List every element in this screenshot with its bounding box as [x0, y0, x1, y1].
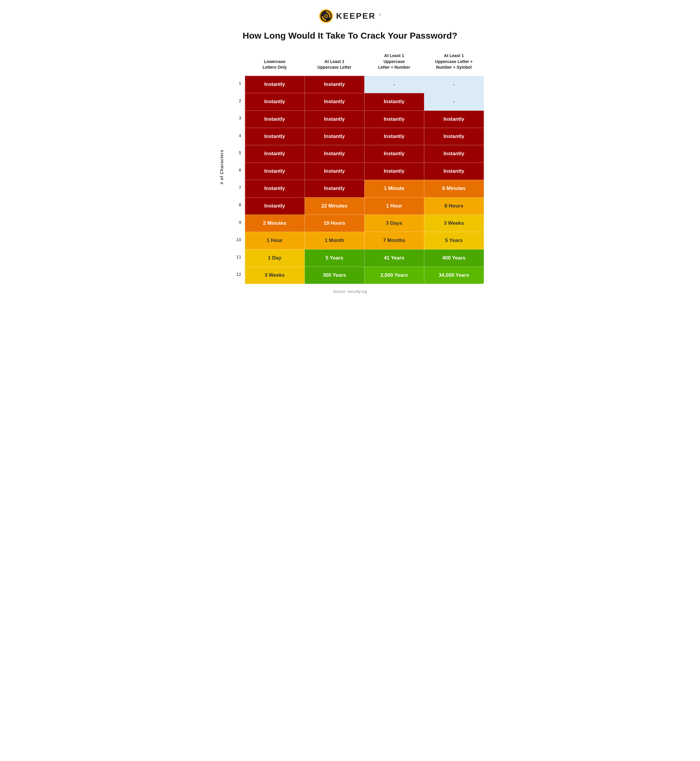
- cell-r1-c3: -: [364, 76, 424, 93]
- cell-r3-c4: Instantly: [424, 111, 484, 128]
- cell-r12-c4: 34,000 Years: [424, 267, 484, 284]
- row-label-6: 6: [227, 163, 245, 180]
- cell-r2-c1: Instantly: [245, 93, 305, 110]
- cell-r9-c2: 19 Hours: [305, 215, 364, 232]
- cell-r1-c2: Instantly: [305, 76, 364, 93]
- cell-r5-c4: Instantly: [424, 145, 484, 162]
- source-text: Source: security.org: [216, 289, 484, 294]
- cell-r2-c4: -: [424, 93, 484, 110]
- cell-r12-c1: 3 Weeks: [245, 267, 305, 284]
- cell-r8-c4: 8 Hours: [424, 197, 484, 215]
- cell-r11-c3: 41 Years: [364, 249, 424, 267]
- header-col3: At Least 1 Uppercase Letter + Number: [364, 50, 424, 76]
- cell-r3-c1: Instantly: [245, 111, 305, 128]
- cell-r4-c1: Instantly: [245, 128, 305, 145]
- logo-trademark: ®: [379, 13, 381, 16]
- cell-r11-c2: 5 Years: [305, 249, 364, 267]
- header-col1: Lowercase Letters Only: [245, 50, 305, 76]
- row-label-2: 2: [227, 93, 245, 110]
- row-label-11: 11: [227, 249, 245, 267]
- cell-r7-c3: 1 Minute: [364, 180, 424, 197]
- cell-r10-c3: 7 Months: [364, 232, 424, 249]
- svg-point-3: [325, 15, 327, 17]
- cell-r10-c2: 1 Month: [305, 232, 364, 249]
- cell-r12-c2: 300 Years: [305, 267, 364, 284]
- cell-r3-c2: Instantly: [305, 111, 364, 128]
- page-title: How Long Would It Take To Crack Your Pas…: [216, 30, 484, 41]
- cell-r9-c1: 2 Minutes: [245, 215, 305, 232]
- cell-r4-c2: Instantly: [305, 128, 364, 145]
- row-label-3: 3: [227, 111, 245, 128]
- cell-r7-c2: Instantly: [305, 180, 364, 197]
- row-label-7: 7: [227, 180, 245, 197]
- page-container: KEEPER ® How Long Would It Take To Crack…: [216, 9, 484, 294]
- cell-r10-c1: 1 Hour: [245, 232, 305, 249]
- cell-r3-c3: Instantly: [364, 111, 424, 128]
- cell-r9-c3: 3 Days: [364, 215, 424, 232]
- cell-r2-c2: Instantly: [305, 93, 364, 110]
- cell-r4-c3: Instantly: [364, 128, 424, 145]
- logo-area: KEEPER ®: [216, 9, 484, 23]
- row-label-9: 9: [227, 215, 245, 232]
- cell-r8-c2: 22 Minutes: [305, 197, 364, 215]
- cell-r6-c3: Instantly: [364, 163, 424, 180]
- header-col4: At Least 1 Uppercase Letter + Number + S…: [424, 50, 484, 76]
- cell-r8-c3: 1 Hour: [364, 197, 424, 215]
- cell-r4-c4: Instantly: [424, 128, 484, 145]
- main-layout: # of Characters Lowercase Letters Only A…: [216, 50, 484, 284]
- keeper-logo-icon: [319, 9, 333, 23]
- cell-r12-c3: 2,000 Years: [364, 267, 424, 284]
- header-col2: At Least 1 Uppercase Letter: [305, 50, 364, 76]
- logo-text: KEEPER: [336, 11, 376, 21]
- cell-r5-c2: Instantly: [305, 145, 364, 162]
- data-grid: Lowercase Letters Only At Least 1 Upperc…: [227, 50, 484, 284]
- row-label-1: 1: [227, 76, 245, 93]
- cell-r2-c3: Instantly: [364, 93, 424, 110]
- cell-r10-c4: 5 Years: [424, 232, 484, 249]
- y-axis-column: # of Characters: [216, 50, 227, 284]
- row-label-10: 10: [227, 232, 245, 249]
- row-label-5: 5: [227, 145, 245, 162]
- cell-r5-c1: Instantly: [245, 145, 305, 162]
- table-area: Lowercase Letters Only At Least 1 Upperc…: [227, 50, 484, 284]
- cell-r1-c4: -: [424, 76, 484, 93]
- cell-r9-c4: 3 Weeks: [424, 215, 484, 232]
- row-label-4: 4: [227, 128, 245, 145]
- cell-r1-c1: Instantly: [245, 76, 305, 93]
- cell-r8-c1: Instantly: [245, 197, 305, 215]
- cell-r7-c1: Instantly: [245, 180, 305, 197]
- header-row-num: [227, 50, 245, 76]
- cell-r6-c2: Instantly: [305, 163, 364, 180]
- cell-r5-c3: Instantly: [364, 145, 424, 162]
- cell-r7-c4: 6 Minutes: [424, 180, 484, 197]
- cell-r11-c4: 400 Years: [424, 249, 484, 267]
- y-axis-label: # of Characters: [219, 150, 224, 184]
- cell-r6-c4: Instantly: [424, 163, 484, 180]
- cell-r11-c1: 1 Day: [245, 249, 305, 267]
- cell-r6-c1: Instantly: [245, 163, 305, 180]
- row-label-12: 12: [227, 267, 245, 284]
- row-label-8: 8: [227, 197, 245, 215]
